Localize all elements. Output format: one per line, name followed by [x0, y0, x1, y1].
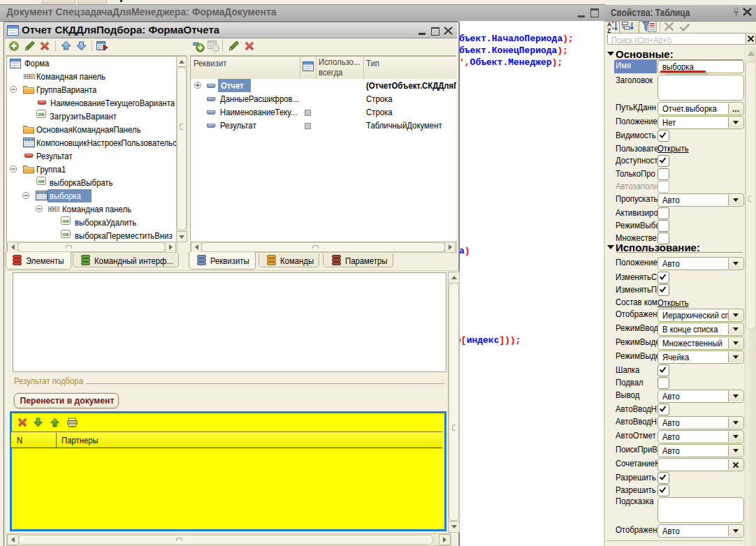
svg-text:Z: Z	[607, 27, 611, 34]
